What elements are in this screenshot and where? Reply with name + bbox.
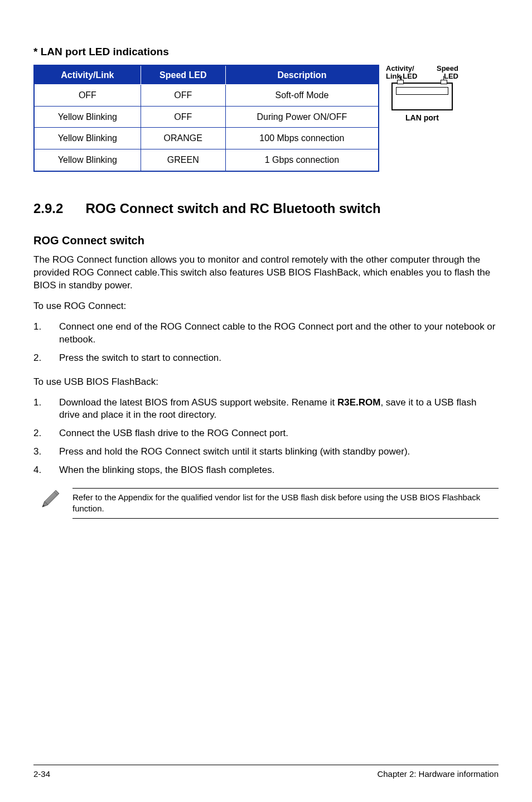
- lan-led-table: Activity/Link Speed LED Description OFF …: [33, 65, 379, 172]
- page-number: 2-34: [33, 769, 50, 780]
- step-text: Download the latest BIOS from ASUS suppo…: [59, 397, 499, 422]
- table-header-row: Activity/Link Speed LED Description: [34, 65, 379, 85]
- cell: Yellow Blinking: [34, 128, 141, 149]
- table-row: Yellow Blinking ORANGE 100 Mbps connecti…: [34, 128, 379, 149]
- cell: 100 Mbps connection: [225, 128, 379, 149]
- step-number: 1.: [33, 321, 59, 346]
- rog-intro: The ROG Connect function allows you to m…: [33, 254, 499, 292]
- section-title: ROG Connect switch and RC Bluetooth swit…: [85, 201, 380, 216]
- step-number: 1.: [33, 397, 59, 422]
- chapter-label: Chapter 2: Hardware information: [377, 769, 499, 780]
- pencil-icon: [39, 488, 61, 510]
- cell: 1 Gbps connection: [225, 149, 379, 171]
- note-text: Refer to the Appendix for the qualified …: [72, 492, 499, 515]
- cell: ORANGE: [141, 128, 225, 149]
- step-text: Connect one end of the ROG Connect cable…: [59, 321, 499, 346]
- step-text: Connect the USB flash drive to the ROG C…: [59, 427, 499, 440]
- cell: OFF: [141, 106, 225, 128]
- page-footer: 2-34 Chapter 2: Hardware information: [33, 765, 499, 780]
- section-heading-292: 2.9.2ROG Connect switch and RC Bluetooth…: [33, 200, 499, 218]
- lan-port-diagram: Activity/ Link LED Speed LED LAN port: [386, 65, 458, 123]
- lan-led-heading: * LAN port LED indications: [33, 45, 499, 59]
- th-description: Description: [225, 65, 379, 85]
- list-item: 3. Press and hold the ROG Connect switch…: [33, 446, 499, 458]
- rog-connect-heading: ROG Connect switch: [33, 233, 499, 248]
- diagram-label-speed: Speed: [437, 64, 458, 73]
- cell: GREEN: [141, 149, 225, 171]
- cell: During Power ON/OFF: [225, 106, 379, 128]
- th-activity: Activity/Link: [34, 65, 141, 85]
- list-item: 2. Connect the USB flash drive to the RO…: [33, 427, 499, 440]
- step-text: Press the switch to start to connection.: [59, 352, 499, 365]
- note-box: Refer to the Appendix for the qualified …: [33, 488, 499, 519]
- section-number: 2.9.2: [33, 200, 63, 218]
- cell: Soft-off Mode: [225, 85, 379, 107]
- lan-port-icon: [391, 83, 453, 110]
- step-number: 2.: [33, 352, 59, 365]
- table-row: Yellow Blinking GREEN 1 Gbps connection: [34, 149, 379, 171]
- diagram-caption: LAN port: [386, 113, 458, 123]
- step-number: 4.: [33, 464, 59, 477]
- step-number: 2.: [33, 427, 59, 440]
- flashback-steps: 1. Download the latest BIOS from ASUS su…: [33, 397, 499, 477]
- step-text: When the blinking stops, the BIOS flash …: [59, 464, 499, 477]
- note-divider-bottom: [72, 518, 499, 519]
- table-row: OFF OFF Soft-off Mode: [34, 85, 379, 107]
- rog-steps: 1. Connect one end of the ROG Connect ca…: [33, 321, 499, 365]
- cell: OFF: [34, 85, 141, 107]
- diagram-label-activity: Activity/: [386, 64, 414, 73]
- note-divider-top: [72, 488, 499, 489]
- table-row: Yellow Blinking OFF During Power ON/OFF: [34, 106, 379, 128]
- cell: Yellow Blinking: [34, 149, 141, 171]
- th-speed: Speed LED: [141, 65, 225, 85]
- use-rog-label: To use ROG Connect:: [33, 300, 499, 313]
- step-number: 3.: [33, 446, 59, 458]
- list-item: 1. Connect one end of the ROG Connect ca…: [33, 321, 499, 346]
- cell: OFF: [141, 85, 225, 107]
- cell: Yellow Blinking: [34, 106, 141, 128]
- step-text: Press and hold the ROG Connect switch un…: [59, 446, 499, 458]
- use-flashback-label: To use USB BIOS FlashBack:: [33, 376, 499, 389]
- diagram-label-link-led: Link LED: [386, 72, 417, 80]
- list-item: 2. Press the switch to start to connecti…: [33, 352, 499, 365]
- list-item: 4. When the blinking stops, the BIOS fla…: [33, 464, 499, 477]
- diagram-label-led: LED: [444, 72, 458, 80]
- list-item: 1. Download the latest BIOS from ASUS su…: [33, 397, 499, 422]
